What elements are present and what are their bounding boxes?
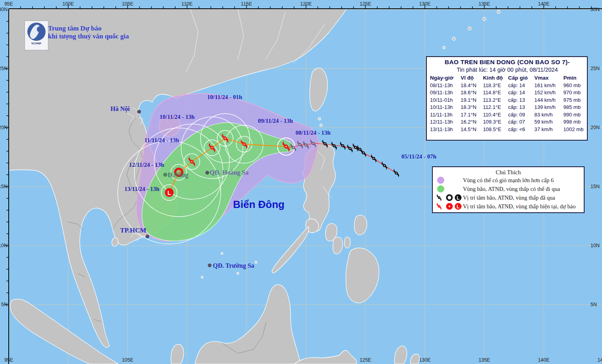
island-speck (318, 118, 321, 120)
forecast-low-symbol-letter: L (167, 189, 171, 196)
island-speck (255, 261, 257, 263)
axis-label-top: 95E (4, 1, 13, 7)
past-position-icons: L (434, 193, 463, 202)
green-zone-icon (434, 185, 463, 193)
axis-label-right: 30N (591, 7, 600, 12)
place-marker (206, 171, 209, 174)
axis-label-left: 15N (0, 184, 8, 189)
track-date-label: 11/11/24 - 13h (144, 137, 179, 143)
forecast-table-row: 10/11-13h18.3°N112.1°Ecấp: 13139 km/h985… (430, 104, 585, 111)
svg-text:L: L (457, 204, 459, 210)
track-date-label: 09/11/24 - 13h (258, 118, 293, 124)
axis-label-top: 125E (359, 1, 371, 7)
axis-label-bottom: 135E (478, 357, 490, 363)
typhoon-forecast-map: L 95E100E105E110E115E120E125E130E135E140… (0, 0, 602, 364)
place-marker (146, 235, 149, 238)
axis-label-left: 5N (1, 302, 8, 307)
island-speck (201, 276, 203, 278)
axis-label-top: 105E (122, 1, 133, 7)
place-label: Hà Nội (111, 105, 130, 112)
land-phuquoc (112, 238, 118, 246)
legend-item-wind-zone: Vùng có thể có gió mạnh lớn hơn cấp 6 (434, 176, 582, 185)
legend: Chú Thích Vùng có thể có gió mạnh lớn hơ… (432, 166, 585, 213)
forecast-table: 08/11-13h18.4°N118.3°Ecấp: 14161 km/h960… (430, 82, 585, 133)
svg-text:L: L (457, 195, 459, 201)
axis-label-right: 10N (591, 243, 600, 248)
place-marker (208, 264, 211, 267)
place-label: Đ.Nẵng (168, 172, 188, 179)
track-date-label: 13/11/24 - 13h (124, 186, 160, 192)
bulletin-issued-time: Tin phát lúc: 14 giờ 00 phút, 08/11/2024 (430, 67, 585, 73)
agency-line2: khí tượng thuỷ văn quốc gia (48, 32, 129, 40)
island-speck (320, 124, 322, 126)
island-speck (237, 273, 239, 274)
axis-label-right: 20N (591, 125, 600, 130)
track-date-label: 10/11/24 - 13h (160, 114, 195, 120)
track-date-label: 05/11/24 - 07h (401, 153, 437, 160)
island-speck (497, 10, 500, 13)
forecast-table-row: 12/11-13h16.2°N109.3°Ecấp: 0759 km/h998 … (430, 118, 585, 126)
axis-label-left: 30N (0, 7, 8, 12)
place-marker (164, 173, 167, 176)
place-marker (138, 110, 141, 113)
axis-label-top: 140E (538, 1, 549, 7)
island-speck (443, 46, 445, 49)
legend-item-track-zone: Vùng bão, ATNĐ, vùng thấp có thể đi qua (434, 185, 582, 193)
axis-label-top: 120E (300, 1, 312, 7)
axis-label-bottom: 130E (419, 357, 430, 363)
sea-name-label: Biển Đông (233, 198, 285, 210)
forecast-table-row: 13/11-13h14.5°N108.5°Ecấp: <637 km/h1002… (430, 126, 585, 133)
island-speck (221, 253, 223, 255)
legend-title: Chú Thích (434, 169, 582, 176)
track-date-label: 08/11/24 - 13h (296, 130, 331, 136)
forecast-table-row: 11/11-13h17.1°N110.4°Ecấp: 0983 km/h990 … (430, 111, 585, 119)
track-date-label: 10/11/24 - 01h (207, 94, 243, 100)
forecast-table-row: 10/11-01h19.1°N113.2°Ecấp: 13144 km/h975… (430, 97, 585, 104)
axis-label-bottom: 105E (122, 357, 133, 363)
nchmf-logo-text: NCHMF (31, 42, 41, 45)
purple-zone-icon (434, 176, 463, 185)
axis-label-bottom: 125E (359, 357, 371, 363)
legend-item-past-position: L Vị trí tâm bão, ATNĐ, vùng thấp đã qua (434, 193, 582, 202)
axis-label-top: 130E (419, 1, 430, 7)
axis-label-bottom: 140E (538, 357, 549, 363)
axis-label-left: 20N (0, 125, 8, 130)
island-speck (468, 27, 471, 30)
axis-label-top: 110E (182, 1, 193, 7)
nchmf-logo-emblem (27, 23, 46, 41)
axis-label-left: 10N (0, 243, 8, 248)
current-position-icons: L (434, 202, 463, 211)
axis-label-bottom: 95E (4, 357, 13, 363)
island-speck (483, 17, 486, 21)
forecast-table-row: 09/11-13h18.6°N114.8°Ecấp: 14152 km/h970… (430, 89, 585, 97)
agency-name: Trung tâm Dự báo khí tượng thuỷ văn quốc… (48, 25, 129, 40)
axis-label-left: 25N (0, 66, 8, 71)
axis-label-right: 5N (591, 302, 597, 307)
land-cebu (344, 237, 350, 248)
track-date-label: 12/11/24 - 13h (129, 162, 164, 168)
axis-label-bottom: 145E (597, 357, 602, 363)
bulletin-info-box: BAO TREN BIEN DONG (CON BAO SO 7)- Tin p… (426, 56, 588, 141)
island-speck (452, 37, 455, 40)
axis-label-right: 15N (591, 184, 600, 189)
place-label: TP.HCM (120, 227, 146, 234)
forecast-table-row: 08/11-13h18.4°N118.3°Ecấp: 14161 km/h960… (430, 82, 585, 90)
nchmf-logo: NCHMF (25, 21, 48, 50)
bulletin-title: BAO TREN BIEN DONG (CON BAO SO 7)- (430, 59, 585, 66)
axis-label-top: 115E (241, 1, 252, 7)
agency-line1: Trung tâm Dự báo (48, 25, 129, 32)
place-label: QĐ. Trường Sa (213, 262, 254, 269)
axis-label-right: 25N (591, 66, 600, 71)
axis-label-top: 100E (62, 1, 74, 7)
place-label: QĐ. Hoàng Sa (210, 169, 248, 176)
axis-label-top: 135E (478, 1, 490, 7)
legend-item-current-position: L Vị trí tâm bão, ATNĐ, vùng thấp hiện t… (434, 202, 582, 211)
forecast-table-header: Ngày-giờVĩ độKinh độCấp gióVmaxPmin (430, 74, 585, 82)
